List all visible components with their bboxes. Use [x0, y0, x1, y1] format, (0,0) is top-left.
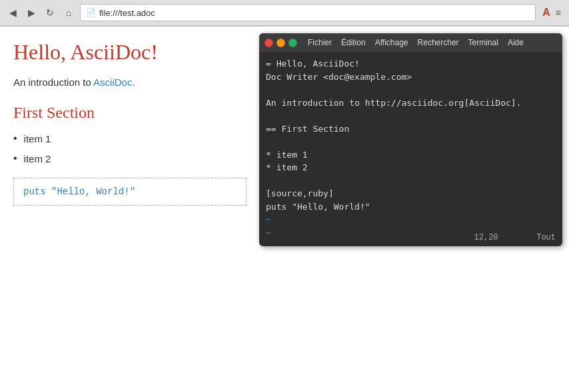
browser-toolbar: ◀ ▶ ↻ ⌂ 📄 file:///test.adoc A ≡ [0, 0, 569, 26]
intro-text: An introduction to [13, 77, 93, 88]
menu-affichage[interactable]: Affichage [371, 37, 412, 48]
address-text: file:///test.adoc [99, 8, 155, 18]
terminal-titlebar: Fichier Édition Affichage Rechercher Ter… [259, 33, 562, 52]
terminal-status-right: Tout [536, 233, 556, 242]
bullet-list: item 1 item 2 [13, 132, 247, 164]
forward-button[interactable]: ▶ [24, 5, 39, 20]
list-item-2: item 2 [13, 152, 247, 164]
code-text: puts "Hello, World!" [23, 186, 135, 197]
address-bar[interactable]: 📄 file:///test.adoc [80, 4, 536, 21]
reload-button[interactable]: ↻ [43, 5, 57, 20]
term-line-2: Doc Writer <doc@example.com> [266, 72, 412, 82]
home-button[interactable]: ⌂ [61, 5, 76, 20]
back-button[interactable]: ◀ [5, 5, 20, 20]
term-line-1: = Hello, AsciiDoc! [266, 59, 360, 69]
terminal-panel: Fichier Édition Affichage Rechercher Ter… [259, 33, 562, 246]
term-line-9: * item 2 [266, 162, 308, 172]
term-line-8: * item 1 [266, 150, 308, 160]
document-panel: Hello, AsciiDoc! An introduction to Asci… [0, 27, 260, 392]
browser-content: Hello, AsciiDoc! An introduction to Asci… [0, 27, 569, 392]
menu-fichier[interactable]: Fichier [304, 37, 336, 48]
term-line-11: [source,ruby] [266, 188, 334, 198]
menu-rechercher[interactable]: Rechercher [414, 37, 463, 48]
term-line-4: An introduction to http://asciidoc.org[A… [266, 98, 522, 108]
browser-chrome: ◀ ▶ ↻ ⌂ 📄 file:///test.adoc A ≡ [0, 0, 569, 27]
terminal-status: 12,20 Tout [474, 233, 556, 242]
page-icon: 📄 [86, 8, 96, 17]
doc-intro: An introduction to AsciiDoc. [13, 77, 247, 88]
list-item-1: item 1 [13, 132, 247, 144]
terminal-maximize-button[interactable] [288, 39, 297, 47]
term-tilde-2: ~ [266, 228, 271, 238]
font-icon[interactable]: A [542, 7, 550, 19]
terminal-content: = Hello, AsciiDoc! Doc Writer <doc@examp… [266, 57, 556, 239]
menu-icon[interactable]: ≡ [556, 7, 561, 18]
browser-right-icons: A ≡ [540, 7, 564, 19]
terminal-body: = Hello, AsciiDoc! Doc Writer <doc@examp… [259, 52, 562, 246]
menu-edition[interactable]: Édition [337, 37, 370, 48]
list-item-1-text: item 1 [24, 133, 51, 144]
terminal-position: 12,20 [474, 233, 498, 242]
term-line-6: == First Section [266, 124, 349, 134]
menu-aide[interactable]: Aide [504, 37, 528, 48]
term-tilde-1: ~ [266, 214, 271, 224]
code-block: puts "Hello, World!" [13, 178, 247, 206]
list-item-2-text: item 2 [24, 153, 51, 164]
terminal-close-button[interactable] [265, 39, 273, 47]
section-title: First Section [13, 104, 247, 122]
intro-period: . [132, 77, 135, 88]
menu-terminal[interactable]: Terminal [464, 37, 502, 48]
terminal-minimize-button[interactable] [277, 39, 285, 47]
terminal-menu: Fichier Édition Affichage Rechercher Ter… [304, 37, 557, 48]
asciidoc-link[interactable]: AsciiDoc [93, 77, 132, 88]
terminal-buttons [265, 39, 297, 47]
doc-title: Hello, AsciiDoc! [13, 40, 247, 65]
term-line-12: puts "Hello, World!" [266, 202, 370, 212]
